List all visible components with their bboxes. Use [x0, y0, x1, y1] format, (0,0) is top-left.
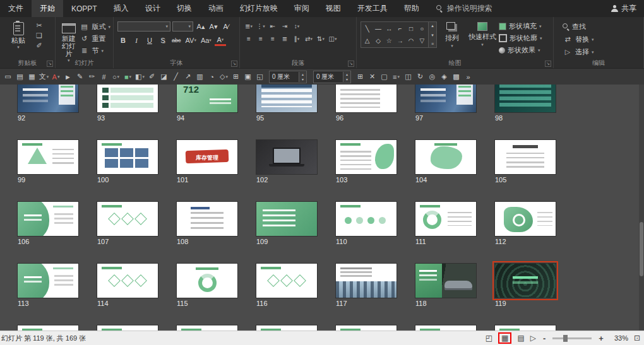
columns-button[interactable]: ∥▾ [292, 34, 302, 44]
zoom-out-button[interactable]: - [542, 334, 547, 343]
align-left-button[interactable]: ≡ [244, 34, 254, 44]
slide-thumbnail[interactable] [256, 202, 317, 236]
paste-button[interactable]: 粘贴 ▾ [4, 19, 33, 49]
shape-gallery-item[interactable]: △ [365, 37, 370, 44]
slide-thumbnail[interactable] [495, 264, 556, 298]
zoom-in-button[interactable]: + [597, 334, 605, 343]
pen-tool-icon[interactable]: ✎ [75, 71, 85, 83]
select-button[interactable]: ▷ 选择 ▾ [563, 47, 594, 57]
find-button[interactable]: 查找 [563, 22, 594, 32]
eyedropper-icon[interactable]: ✐ [146, 71, 157, 83]
slide-thumbnail[interactable] [495, 325, 556, 330]
tab-file[interactable]: 文件 [0, 0, 32, 17]
slide-layout-icon[interactable]: ▤ [15, 71, 25, 83]
shape-height-spinner[interactable]: 0 厘米 ▴ ▾ [313, 71, 351, 83]
ellipse-tool-icon[interactable]: ○▾ [110, 71, 121, 83]
settings-tool-icon[interactable]: ◈ [439, 71, 450, 83]
align-right-button[interactable]: ≡ [268, 34, 278, 44]
shape-fill-button[interactable]: 形状填充 ▾ [499, 21, 542, 31]
shape-gallery-item[interactable]: ▽ [419, 37, 424, 44]
character-spacing-button[interactable]: AV▾ [184, 36, 198, 45]
quick-styles-button[interactable]: 快速样式 ▾ [467, 19, 498, 47]
tab-help[interactable]: 帮助 [396, 0, 427, 17]
tab-animations[interactable]: 动画 [200, 0, 232, 17]
shape-tool-icon[interactable]: ◇▾ [218, 71, 229, 83]
slide-thumbnail[interactable] [18, 264, 78, 298]
slide-thumbnail[interactable] [415, 202, 476, 236]
font-color-tool-icon[interactable]: A▾ [51, 71, 61, 83]
font-size-combo[interactable]: ▾ [172, 21, 193, 32]
italic-button[interactable]: I [131, 36, 142, 45]
vertical-scrollbar[interactable] [639, 85, 644, 330]
slide-thumbnail[interactable] [256, 85, 317, 112]
slideshow-button[interactable]: ▷ [530, 334, 536, 342]
line-tool-icon[interactable]: ╱ [170, 71, 181, 83]
dialog-launcher-icon[interactable]: ↘ [47, 61, 53, 67]
indent-increase-button[interactable]: ⇥ [280, 21, 290, 31]
normal-view-button[interactable]: ◰ [486, 334, 492, 342]
cut-button[interactable]: ✂ [34, 21, 44, 30]
text-shadow-button[interactable]: S [157, 36, 169, 45]
slide-thumbnail[interactable] [256, 264, 317, 298]
tab-developer[interactable]: 开发工具 [349, 0, 396, 17]
shape-gallery-item[interactable]: ⌐ [398, 25, 402, 32]
more-tools-icon[interactable]: » [463, 71, 474, 83]
delete-tool-icon[interactable]: ✕ [367, 71, 378, 83]
shape-gallery-item[interactable]: ↔ [386, 25, 392, 32]
dialog-launcher-icon[interactable]: ↘ [545, 61, 551, 67]
replace-button[interactable]: ⇄ 替换 ▾ [563, 35, 594, 44]
align-objects-icon[interactable]: ≡▾ [391, 71, 402, 83]
shape-gallery-item[interactable]: ☆ [386, 37, 392, 44]
shape-effects-button[interactable]: 形状效果 ▾ [499, 45, 542, 55]
layers-icon[interactable]: ▩ [451, 71, 462, 83]
slide-thumbnail[interactable] [336, 85, 397, 112]
align-text-button[interactable]: ⇅▾ [316, 34, 326, 44]
tab-koppt[interactable]: KOPPT [63, 0, 105, 17]
slide-thumbnail[interactable] [177, 202, 237, 236]
gallery-up-icon[interactable]: ▴ [431, 23, 434, 28]
format-painter-button[interactable]: ✐ [34, 42, 44, 50]
shape-gallery-item[interactable]: ○ [420, 25, 424, 32]
format-brush-icon[interactable]: ◪ [158, 71, 169, 83]
bullets-button[interactable]: ≣▾ [244, 21, 254, 31]
bold-button[interactable]: B [117, 36, 129, 45]
shape-gallery-item[interactable]: ╲ [366, 25, 369, 32]
font-name-combo[interactable]: ▾ [117, 21, 170, 32]
slide-thumbnail[interactable] [18, 85, 78, 112]
gradient-fill-icon[interactable]: ◧▾ [134, 71, 145, 83]
group-objects-icon[interactable]: ◫ [403, 71, 414, 83]
shape-gallery-scrollbar[interactable]: ▴ ▾ ≡ [429, 21, 437, 48]
text-direction-button[interactable]: ⇄▾ [304, 34, 314, 44]
slide-thumbnail[interactable] [256, 140, 317, 174]
new-slide-button[interactable]: 新建幻灯片 ▾ [59, 19, 78, 62]
slide-thumbnail[interactable] [97, 140, 158, 174]
slide-thumbnail[interactable] [415, 140, 476, 174]
grow-font-button[interactable]: A▴ [195, 22, 206, 32]
hash-tool-icon[interactable]: # [98, 71, 109, 83]
slide-thumbnail[interactable] [18, 140, 78, 174]
share-button[interactable]: 共享 [604, 0, 644, 17]
tab-insert[interactable]: 插入 [105, 0, 137, 17]
tell-me-search[interactable]: 操作说明搜索 [436, 0, 492, 17]
picture-tool-icon[interactable]: ▣ [242, 71, 253, 83]
underline-button[interactable]: U [144, 36, 155, 45]
arrange-button[interactable]: 排列 ▾ [437, 19, 467, 48]
select-arrow-icon[interactable]: ► [63, 71, 73, 83]
table-tool-icon[interactable]: ⊞ [230, 71, 241, 83]
dialog-launcher-icon[interactable]: ↘ [348, 61, 354, 67]
shape-gallery-item[interactable]: → [397, 37, 403, 44]
line-spacing-button[interactable]: ↕▾ [292, 21, 302, 31]
spinner-down-icon[interactable]: ▾ [299, 77, 306, 82]
slide-thumbnail[interactable] [18, 325, 78, 330]
rotate-objects-icon[interactable]: ↻ [415, 71, 426, 83]
frame-tool-icon[interactable]: ▢ [379, 71, 390, 83]
slide-thumbnail[interactable] [336, 264, 397, 298]
pie-tool-icon[interactable]: ◔ [206, 71, 217, 83]
slide-sorter-button[interactable]: ▦ [501, 334, 508, 342]
fill-color-swatch-icon[interactable]: ■▾ [122, 71, 133, 83]
shape-gallery-item[interactable]: ◠ [408, 37, 414, 44]
align-center-button[interactable]: ≡ [256, 34, 266, 44]
slide-thumbnail[interactable] [415, 85, 476, 112]
spinner-arrows[interactable]: ▴ ▾ [299, 72, 306, 82]
spinner-arrows[interactable]: ▴ ▾ [343, 72, 350, 82]
